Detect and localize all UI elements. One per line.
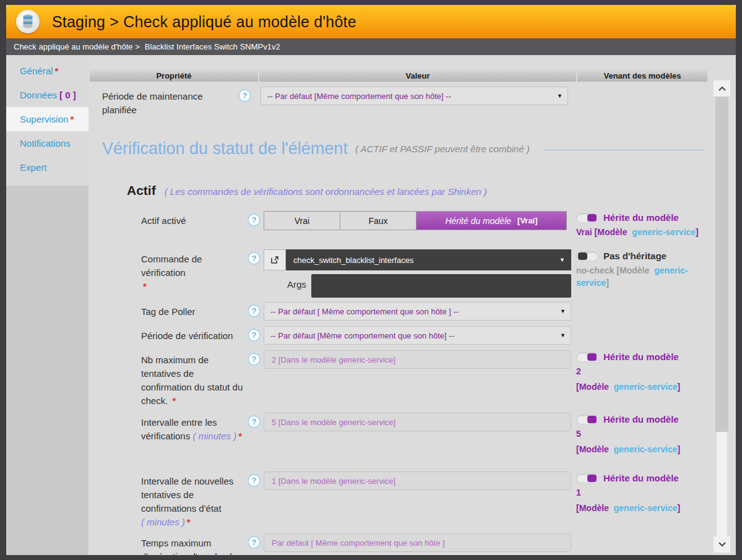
poller-tag-label: Tag de Poller	[141, 302, 248, 319]
inherit-value: Vrai [Modèle	[576, 227, 627, 237]
label-text: Temps maximum d'exécution d'un check	[141, 538, 235, 555]
row-poller-tag: Tag de Poller ? -- Par défaut [ Même com…	[141, 302, 707, 321]
row-actif-active: Actif activé ? Vrai Faux Hérité du modèl…	[141, 211, 707, 238]
model-prefix: [Modèle	[576, 382, 609, 392]
args-input[interactable]	[311, 274, 571, 298]
page-title: Staging > Check appliqué au modèle d'hôt…	[52, 13, 356, 31]
inherit-toggle[interactable]	[576, 415, 598, 424]
main-area: Général* Données[ 0 ] Supervision* Notif…	[6, 55, 736, 555]
row-check-timeout: Temps maximum d'exécution d'un check ( s…	[141, 533, 707, 555]
content-area: Propriété Valeur Venant des modèles Péri…	[88, 55, 736, 555]
check-interval-label: Intervalle entre les vérifications ( min…	[141, 413, 248, 443]
vertical-scrollbar	[714, 80, 730, 553]
check-period-select[interactable]: -- Par défaut [Même comportement que son…	[264, 326, 571, 345]
retry-interval-label: Intervalle de nouvelles tentatives de co…	[141, 472, 248, 529]
help-icon[interactable]: ?	[248, 353, 261, 366]
chevron-down-icon: ▼	[557, 93, 563, 99]
help-icon[interactable]: ?	[248, 536, 261, 549]
inherit-title: Hérite du modèle	[603, 473, 679, 483]
inherit-value: 2	[576, 365, 707, 377]
model-suffix: ]	[678, 503, 681, 513]
help-icon[interactable]: ?	[238, 89, 251, 102]
segment-vrai[interactable]: Vrai	[264, 212, 340, 230]
breadcrumb-parent[interactable]: Check appliqué au modèle d'hôte >	[14, 42, 140, 51]
sidebar-item-donnees[interactable]: Données[ 0 ]	[6, 83, 88, 107]
sidebar-item-notifications[interactable]: Notifications	[6, 131, 88, 155]
scroll-down-button[interactable]	[714, 536, 730, 553]
required-mark: *	[143, 281, 147, 291]
label-text: Commande de vérification	[141, 254, 202, 278]
inherit-toggle[interactable]	[576, 213, 598, 223]
external-link-icon	[270, 255, 280, 265]
actif-active-inherit-info: Hérite du modèle Vrai [Modèle generic-se…	[576, 211, 707, 238]
database-icon	[16, 10, 40, 33]
max-check-attempts-label: Nb maximum de tentatives de confirmation…	[141, 350, 248, 408]
check-command-label: Commande de vérification *	[141, 249, 248, 293]
max-check-attempts-input[interactable]	[264, 350, 571, 369]
scrollbar-thumb[interactable]	[715, 97, 728, 432]
column-header-venant-des-modeles: Venant des modèles	[577, 69, 707, 82]
segment-label: Hérité du modèle	[445, 216, 511, 226]
segment-herite-du-modele[interactable]: Hérité du modèle [Vrai]	[416, 212, 566, 230]
row-max-check-attempts: Nb maximum de tentatives de confirmation…	[141, 350, 707, 408]
inherit-value: 1	[576, 486, 707, 499]
model-link[interactable]: generic-service	[632, 227, 696, 237]
maintenance-period-select[interactable]: -- Par défaut [Même comportement que son…	[261, 87, 568, 105]
help-icon[interactable]: ?	[248, 252, 261, 265]
retry-interval-input[interactable]	[264, 472, 571, 490]
inherit-title: Pas d'héritage	[603, 251, 667, 261]
chevron-down-icon: ▼	[560, 308, 566, 314]
sidebar-menu: Général* Données[ 0 ] Supervision* Notif…	[6, 55, 88, 186]
actif-active-label: Actif activé	[141, 211, 248, 228]
model-link[interactable]: generic-service	[614, 503, 678, 513]
section-title: Vérification du statut de l'élément	[102, 139, 348, 158]
sidebar-item-label: Expert	[20, 162, 46, 173]
sidebar: Général* Données[ 0 ] Supervision* Notif…	[6, 55, 88, 555]
sidebar-item-label: Supervision	[20, 114, 68, 124]
model-prefix: [Modèle	[576, 503, 609, 513]
check-command-inherit-info: Pas d'héritage no-check [Modèle generic-…	[576, 249, 707, 289]
inherit-title: Hérite du modèle	[603, 212, 679, 223]
open-command-button[interactable]	[264, 249, 286, 270]
check-period-label: Période de vérification	[141, 326, 248, 343]
scroll-up-button[interactable]	[714, 80, 730, 97]
help-icon[interactable]: ?	[248, 474, 261, 487]
required-mark: *	[173, 395, 176, 406]
inherit-suffix: ]	[606, 278, 609, 288]
section-heading: Vérification du statut de l'élément ( AC…	[102, 139, 707, 158]
sidebar-item-label: Général	[20, 66, 53, 76]
inherit-toggle[interactable]	[576, 251, 598, 261]
row-retry-interval: Intervalle de nouvelles tentatives de co…	[141, 472, 707, 529]
model-suffix: ]	[678, 382, 681, 392]
required-mark: *	[70, 114, 74, 124]
selected-value: -- Par défaut [ Même comportement que so…	[270, 307, 459, 316]
maintenance-period-label: Période de maintenance planifiée	[102, 87, 238, 117]
table-header-row: Propriété Valeur Venant des modèles	[90, 69, 707, 82]
check-timeout-input[interactable]	[264, 533, 571, 552]
segment-value: [Vrai]	[517, 216, 538, 225]
inherit-toggle[interactable]	[576, 473, 598, 483]
help-icon[interactable]: ?	[248, 415, 261, 428]
group-subtitle: ( Les commandes de vérifications sont or…	[165, 186, 487, 197]
sidebar-item-supervision[interactable]: Supervision*	[6, 107, 88, 131]
segment-faux[interactable]: Faux	[340, 212, 416, 230]
unit-hint: ( minutes )	[192, 431, 236, 441]
inherit-value: no-check [Modèle	[576, 265, 649, 275]
required-mark: *	[238, 431, 242, 441]
inherit-value: 5	[576, 428, 707, 440]
chevron-up-icon	[718, 86, 726, 91]
help-icon[interactable]: ?	[248, 213, 261, 226]
inherit-toggle[interactable]	[576, 352, 598, 362]
sidebar-item-general[interactable]: Général*	[6, 59, 88, 83]
model-link[interactable]: generic-service	[614, 382, 678, 392]
help-icon[interactable]: ?	[248, 329, 261, 342]
check-interval-input[interactable]	[264, 413, 571, 431]
model-link[interactable]: generic-service	[614, 444, 678, 454]
poller-tag-select[interactable]: -- Par défaut [ Même comportement que so…	[264, 302, 571, 321]
help-icon[interactable]: ?	[248, 304, 261, 317]
group-title: Actif	[127, 183, 156, 198]
check-command-select[interactable]: check_switch_blacklist_interfaces ▼	[286, 249, 571, 270]
breadcrumb: Check appliqué au modèle d'hôte > Blackl…	[6, 38, 736, 55]
row-check-period: Période de vérification ? -- Par défaut …	[141, 326, 707, 345]
sidebar-item-expert[interactable]: Expert	[6, 155, 88, 179]
